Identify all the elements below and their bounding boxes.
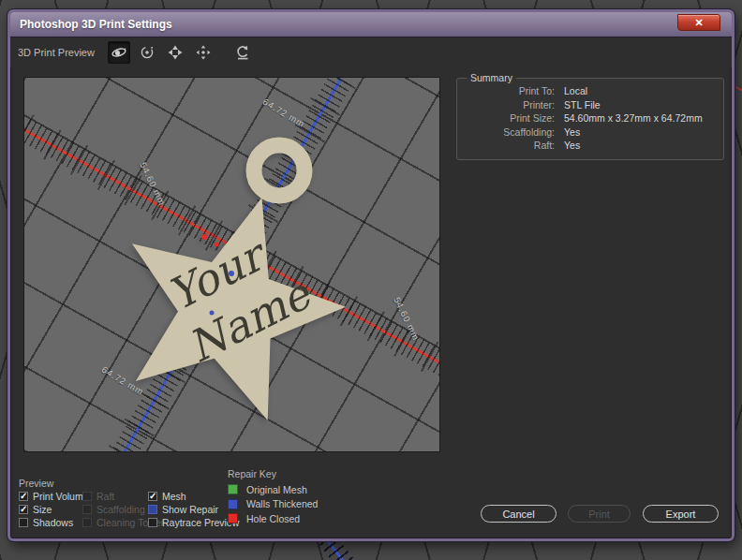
- pan-icon: [167, 44, 184, 61]
- summary-row: Scaffolding: Yes: [465, 125, 716, 140]
- preview-options-column-1: Print Volume Size Shadows: [19, 491, 89, 530]
- reset-camera-tool-button[interactable]: [231, 41, 254, 64]
- summary-row: Print Size: 54.60mm x 3.27mm x 64.72mm: [465, 111, 716, 125]
- slide-icon: [195, 44, 212, 61]
- size-checkbox[interactable]: Size: [19, 504, 89, 515]
- shadows-checkbox[interactable]: Shadows: [19, 517, 89, 528]
- cancel-button[interactable]: Cancel: [481, 505, 556, 523]
- dialog-titlebar[interactable]: Photoshop 3D Print Settings ✕: [10, 12, 732, 37]
- mesh-checkbox[interactable]: Mesh: [148, 491, 239, 502]
- checkbox-box[interactable]: [148, 492, 157, 501]
- repair-key-item: Original Mesh: [228, 484, 318, 494]
- roll-icon: [139, 44, 156, 61]
- checkbox-box: [82, 505, 92, 514]
- close-button[interactable]: ✕: [677, 14, 720, 31]
- show-repair-checkbox[interactable]: Show Repair: [148, 504, 239, 515]
- hole-closed-mark: [215, 243, 219, 247]
- hole-closed-swatch: [228, 513, 238, 523]
- checkbox-box[interactable]: [19, 518, 28, 527]
- summary-title: Summary: [467, 72, 516, 83]
- checkbox-box[interactable]: [19, 492, 28, 501]
- orbit-camera-tool-button[interactable]: [108, 41, 130, 64]
- original-mesh-swatch: [228, 484, 238, 494]
- export-button[interactable]: Export: [643, 505, 719, 523]
- checkbox-box: [82, 518, 92, 527]
- reset-icon: [234, 44, 251, 61]
- tag-ring: [254, 145, 304, 196]
- background-blue-axis: [325, 538, 374, 560]
- close-icon: ✕: [694, 17, 703, 28]
- walls-thickened-swatch: [228, 499, 238, 509]
- repair-key-item: Walls Thickened: [228, 499, 318, 509]
- summary-row: Print To: Local: [465, 84, 716, 98]
- hole-closed-mark: [201, 234, 207, 240]
- toolbar-label: 3D Print Preview: [18, 47, 95, 58]
- raytrace-preview-checkbox[interactable]: Raytrace Preview: [148, 517, 239, 528]
- print-preview-viewport[interactable]: 54.60 mm 54.60 mm 64.72 mm 64.72 mm Your…: [23, 77, 440, 452]
- slide-camera-tool-button[interactable]: [192, 41, 215, 64]
- checkbox-box[interactable]: [148, 505, 157, 514]
- print-volume-checkbox[interactable]: Print Volume: [19, 491, 89, 502]
- repair-key-item: Hole Closed: [228, 513, 318, 523]
- summary-row: Printer: STL File: [465, 98, 716, 112]
- 3d-print-settings-dialog: Photoshop 3D Print Settings ✕ 3D Print P…: [7, 9, 735, 541]
- summary-row: Raft: Yes: [465, 139, 716, 153]
- pan-camera-tool-button[interactable]: [164, 41, 186, 64]
- walls-thickened-mark: [229, 271, 234, 276]
- print-button: Print: [568, 505, 631, 523]
- walls-thickened-mark: [210, 311, 215, 316]
- repair-key-title: Repair Key: [228, 468, 276, 479]
- preview-options-column-3: Mesh Show Repair Raytrace Preview: [148, 491, 239, 530]
- summary-panel: Summary Print To: Local Printer: STL Fil…: [456, 72, 724, 160]
- roll-camera-tool-button[interactable]: [136, 41, 158, 64]
- dialog-title: Photoshop 3D Print Settings: [10, 18, 172, 31]
- orbit-icon: [111, 44, 127, 61]
- star-name-tag-model: Your Name: [24, 78, 440, 452]
- repair-key-legend: Original Mesh Walls Thickened Hole Close…: [228, 484, 318, 528]
- checkbox-box[interactable]: [19, 505, 28, 514]
- checkbox-box: [82, 492, 92, 501]
- checkbox-box[interactable]: [148, 518, 157, 527]
- preview-options-title: Preview: [19, 478, 53, 489]
- camera-toolbar: 3D Print Preview: [10, 37, 732, 67]
